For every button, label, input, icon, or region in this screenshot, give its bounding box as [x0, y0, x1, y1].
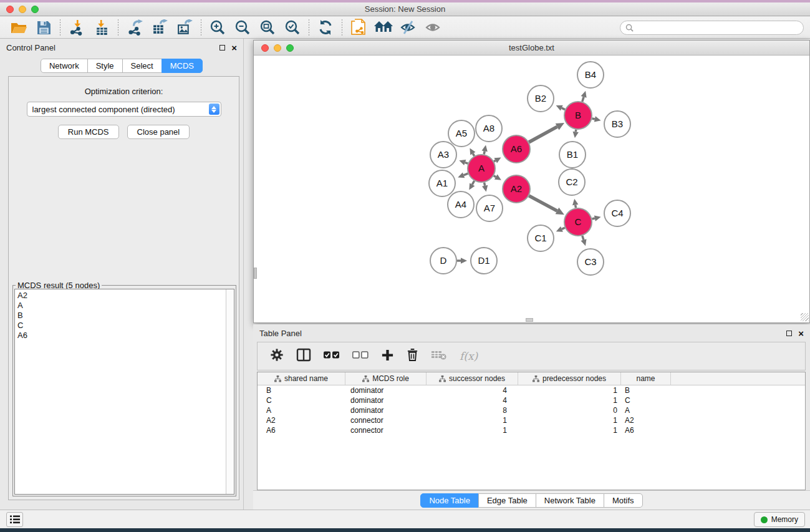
function-builder-button[interactable]: f(x)	[460, 350, 478, 362]
tab-edge-table[interactable]: Edge Table	[478, 493, 536, 508]
mcds-result-item[interactable]: C	[17, 321, 226, 331]
graph-node-A7[interactable]: A7	[476, 195, 503, 221]
graph-node-B4[interactable]: B4	[577, 62, 604, 88]
add-row-button[interactable]	[381, 349, 394, 364]
graph-node-B1[interactable]: B1	[559, 142, 586, 168]
column-header-MCDS-role[interactable]: MCDS role	[345, 372, 427, 385]
close-table-panel-icon[interactable]: ×	[798, 329, 804, 338]
deselect-all-button[interactable]	[352, 351, 369, 362]
graph-node-A[interactable]: A	[468, 155, 495, 182]
graph-node-A3[interactable]: A3	[430, 142, 456, 168]
zoom-selected-button[interactable]	[280, 18, 305, 37]
float-table-panel-icon[interactable]	[786, 331, 792, 336]
zoom-out-icon	[234, 19, 251, 36]
close-panel-button[interactable]: Close panel	[127, 125, 190, 139]
new-network-from-file-button[interactable]	[346, 18, 371, 37]
graph-node-B3[interactable]: B3	[604, 111, 630, 137]
hide-selected-button[interactable]	[396, 18, 421, 37]
attribute-tree-icon	[362, 375, 369, 382]
home-button[interactable]	[371, 18, 396, 37]
svg-text:A5: A5	[456, 128, 467, 138]
search-input[interactable]	[637, 24, 803, 32]
export-table-button[interactable]	[147, 18, 172, 37]
vertical-scrollbar-thumb[interactable]	[254, 268, 257, 279]
close-panel-icon[interactable]: ×	[231, 43, 237, 52]
memory-button[interactable]: Memory	[754, 512, 805, 527]
mcds-result-item[interactable]: A	[17, 301, 226, 311]
graph-node-D1[interactable]: D1	[471, 248, 497, 274]
node-table[interactable]: shared nameMCDS rolesuccessor nodesprede…	[257, 372, 806, 490]
show-all-button[interactable]	[421, 18, 446, 37]
open-session-button[interactable]	[6, 18, 31, 37]
task-history-button[interactable]	[6, 512, 23, 527]
graph-node-C4[interactable]: C4	[604, 200, 630, 226]
table-row[interactable]: A6connector11A6	[258, 425, 805, 435]
graph-node-A4[interactable]: A4	[448, 191, 474, 218]
graph-node-C3[interactable]: C3	[577, 249, 604, 275]
network-window-title: testGlobe.txt	[254, 43, 809, 52]
criterion-dropdown[interactable]: largest connected component (directed)	[27, 102, 221, 117]
refresh-button[interactable]	[313, 18, 338, 37]
mcds-result-list[interactable]: A2ABCA6	[14, 289, 234, 495]
mcds-result-item[interactable]: B	[17, 311, 226, 321]
table-row[interactable]: A2connector11A2	[258, 415, 805, 425]
graph-node-A2[interactable]: A2	[503, 175, 530, 203]
select-all-button[interactable]	[324, 351, 340, 362]
import-table-button[interactable]	[89, 18, 114, 37]
tab-mcds[interactable]: MCDS	[162, 59, 203, 73]
result-scrollbar[interactable]	[226, 289, 234, 494]
tab-network-table[interactable]: Network Table	[536, 493, 604, 508]
table-options-button[interactable]	[270, 348, 284, 364]
resize-grip[interactable]	[801, 313, 809, 321]
graph-node-A8[interactable]: A8	[476, 115, 502, 142]
tab-network[interactable]: Network	[41, 59, 88, 73]
graph-node-D[interactable]: D	[430, 248, 456, 274]
horizontal-scrollbar-thumb[interactable]	[526, 318, 533, 322]
mcds-result-fieldset: MCDS result (5 nodes) A2ABCA6	[12, 285, 236, 496]
tab-select[interactable]: Select	[122, 59, 162, 73]
delete-row-button[interactable]	[407, 348, 418, 364]
graph-node-C1[interactable]: C1	[528, 225, 554, 251]
export-network-button[interactable]	[122, 18, 147, 37]
attribute-tree-icon	[533, 375, 539, 382]
table-row[interactable]: Bdominator41B	[258, 385, 805, 395]
column-header-shared-name[interactable]: shared name	[258, 372, 345, 385]
control-panel-title: Control Panel	[6, 43, 55, 52]
tab-node-table[interactable]: Node Table	[420, 493, 479, 508]
svg-text:B3: B3	[612, 118, 623, 129]
show-column-button[interactable]	[296, 348, 311, 364]
import-network-button[interactable]	[64, 18, 89, 37]
column-header-predecessor-nodes[interactable]: predecessor nodes	[518, 372, 621, 385]
export-image-button[interactable]	[172, 18, 197, 37]
column-header-successor-nodes[interactable]: successor nodes	[427, 372, 518, 385]
graph-node-B[interactable]: B	[564, 102, 592, 129]
table-row[interactable]: Cdominator41C	[258, 395, 805, 405]
graph-node-C2[interactable]: C2	[559, 169, 585, 195]
mcds-result-item[interactable]: A2	[17, 291, 226, 301]
tab-motifs[interactable]: Motifs	[604, 493, 643, 508]
graph-node-A1[interactable]: A1	[429, 170, 455, 196]
network-graph[interactable]: AA1A2A3A4A5A6A7A8BB1B2B3B4CC1C2C3C4DD1	[254, 56, 809, 322]
deselect-all-icon	[352, 351, 369, 359]
network-canvas[interactable]: AA1A2A3A4A5A6A7A8BB1B2B3B4CC1C2C3C4DD1	[254, 56, 809, 322]
graph-node-B2[interactable]: B2	[528, 85, 554, 112]
import-table-icon	[94, 19, 110, 36]
save-session-button[interactable]	[31, 18, 56, 37]
float-panel-icon[interactable]	[219, 45, 225, 51]
svg-text:A: A	[478, 163, 485, 173]
zoom-in-button[interactable]	[205, 18, 230, 37]
zoom-out-button[interactable]	[230, 18, 255, 37]
tab-style[interactable]: Style	[87, 59, 123, 73]
zoom-fit-button[interactable]	[255, 18, 280, 37]
mcds-result-item[interactable]: A6	[17, 331, 226, 341]
graph-node-A6[interactable]: A6	[503, 135, 530, 163]
svg-text:A6: A6	[511, 143, 522, 154]
search-field[interactable]	[620, 21, 804, 35]
run-mcds-button[interactable]: Run MCDS	[58, 125, 119, 139]
graph-node-C[interactable]: C	[564, 208, 592, 236]
column-header-name[interactable]: name	[621, 372, 671, 385]
graph-node-A5[interactable]: A5	[448, 120, 475, 147]
delete-column-button[interactable]	[431, 350, 447, 363]
network-window-titlebar[interactable]: testGlobe.txt	[254, 41, 809, 56]
table-row[interactable]: Adominator80A	[258, 405, 805, 415]
